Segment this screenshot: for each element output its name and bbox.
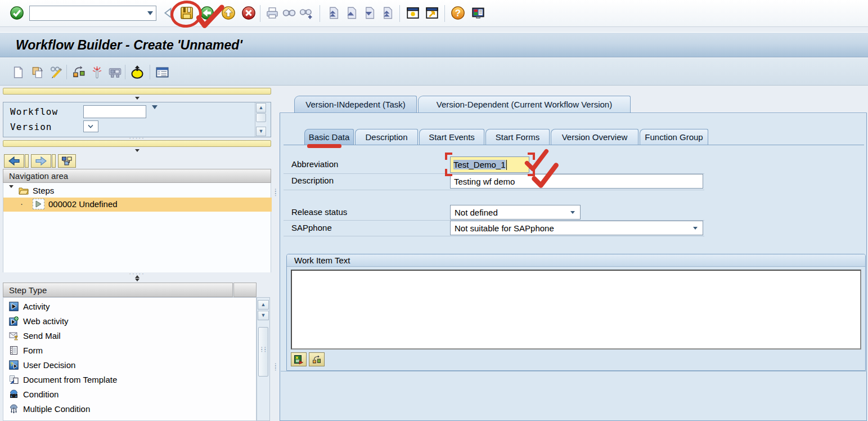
expander-down-icon[interactable] (9, 188, 14, 198)
step-type-web-activity[interactable]: Web activity (3, 313, 256, 328)
vertical-splitter[interactable]: ∶∶∶ ∶∶∶ (272, 88, 279, 421)
find-next-icon[interactable] (298, 5, 314, 21)
forward-step-dropdown[interactable] (52, 154, 56, 168)
tray-collapse-handle[interactable] (3, 95, 271, 101)
activate-icon[interactable] (129, 64, 145, 80)
step-type-user-decision[interactable]: ? User Decision (3, 357, 256, 372)
tab-version-independent[interactable]: Version-INdepedent (Task) (294, 96, 417, 113)
workflow-tray-title-strip[interactable] (3, 88, 271, 95)
horizontal-splitter[interactable]: ····· (3, 272, 271, 282)
graphic-icon[interactable] (71, 64, 87, 80)
tree-bullet: · (20, 199, 23, 208)
field-row-divider (284, 190, 704, 190)
tray-scrollbar[interactable]: ▲ ▼ (255, 102, 267, 137)
customize-layout-icon[interactable] (470, 5, 486, 21)
save-icon[interactable] (179, 5, 195, 21)
subtab-baseline (284, 145, 864, 145)
subtab-version-overview[interactable]: Version Overview (551, 129, 638, 145)
description-field[interactable]: Testing wf demo (450, 174, 703, 189)
step-type-multiple-condition[interactable]: Multiple Condition (3, 401, 256, 416)
enter-icon[interactable] (9, 5, 25, 21)
navigation-tray-title-strip[interactable] (3, 140, 271, 147)
workflow-dropdown-icon[interactable] (152, 109, 158, 119)
toolbar-separator (150, 65, 150, 79)
insert-expression-icon (294, 355, 304, 365)
last-page-icon[interactable] (379, 5, 395, 21)
multiple-condition-icon (9, 404, 19, 414)
toolbar-separator (444, 5, 445, 22)
blue-right-arrow-icon (35, 156, 47, 166)
tree-node-step-000002[interactable]: · 000002 Undefined (3, 198, 272, 212)
chevron-down-icon (693, 227, 698, 230)
web-activity-icon (9, 316, 19, 326)
command-field[interactable] (29, 6, 156, 21)
text-caret (506, 160, 507, 170)
command-input[interactable] (30, 6, 145, 20)
step-type-header: Step Type (3, 283, 233, 297)
left-panel: Workflow Version ▲ ▼ ····· (3, 88, 271, 421)
subtab-function-group[interactable]: Function Group (640, 129, 708, 145)
navigation-tree: Steps · 000002 Undefined (3, 183, 271, 272)
subtab-description[interactable]: Description (355, 129, 418, 145)
create-shortcut-icon[interactable] (424, 5, 440, 21)
insert-expression-button[interactable] (291, 352, 307, 366)
undefined-step-icon (33, 199, 44, 209)
workflow-input[interactable] (83, 105, 146, 118)
document-template-icon (9, 375, 19, 384)
abbreviation-label: Abbreviation (291, 159, 338, 169)
help-icon[interactable]: ? (450, 5, 466, 21)
navigation-area-header: Navigation area (3, 169, 271, 183)
step-type-send-mail[interactable]: Send Mail (3, 328, 256, 343)
work-item-text-input[interactable] (291, 270, 861, 350)
find-icon[interactable] (281, 5, 297, 21)
step-type-list: Activity Web activity Send Mail Form ? U… (3, 297, 257, 421)
cancel-icon[interactable] (241, 5, 257, 21)
exit-icon[interactable] (221, 5, 236, 21)
tab-content-area: Basic Data Description Start Events Star… (280, 113, 867, 421)
back-step-dropdown[interactable] (25, 154, 29, 168)
release-status-select[interactable]: Not defined (450, 205, 581, 220)
wizard-icon[interactable] (89, 64, 105, 80)
workflow-structure-button[interactable] (58, 154, 76, 168)
tray-collapse-handle[interactable] (3, 147, 271, 154)
back-step-button[interactable] (4, 154, 24, 168)
standard-toolbar: ? (0, 0, 868, 27)
content-bottom-divider (281, 371, 867, 371)
splitter-dots[interactable]: ····· (3, 136, 271, 140)
step-type-condition[interactable]: Condition (3, 387, 256, 401)
activity-icon (9, 302, 19, 311)
tree-node-steps[interactable]: Steps (3, 184, 272, 198)
right-panel: Version-INdepedent (Task) Version-Depend… (280, 88, 868, 421)
step-type-document-from-template[interactable]: Document from Template (3, 372, 256, 387)
sapphone-select[interactable]: Not suitable for SAPphone (450, 221, 703, 235)
step-list-scrollbar[interactable]: ▲ ▼ ∶∶∶∶ (257, 297, 270, 421)
command-field-dropdown-icon[interactable] (145, 6, 156, 20)
copy-icon[interactable] (29, 64, 45, 80)
step-type-activity[interactable]: Activity (3, 299, 256, 313)
sap-workflow-builder-window: ? Workflow Builder - Create 'Unnamed' (0, 0, 868, 421)
create-new-icon[interactable] (10, 64, 26, 80)
back-icon[interactable] (199, 5, 215, 21)
display-change-icon[interactable] (48, 64, 64, 80)
abbreviation-field[interactable]: Test_Demo_1 (450, 156, 529, 173)
new-session-icon[interactable] (405, 5, 421, 21)
release-status-label: Release status (291, 207, 347, 217)
subtab-basic-data[interactable]: Basic Data (304, 129, 354, 145)
tab-version-dependent[interactable]: Version-Dependent (Current Workflow Vers… (418, 96, 631, 113)
test-icon[interactable] (107, 64, 123, 80)
description-label: Description (291, 176, 334, 185)
condition-icon (9, 389, 19, 399)
print-icon[interactable] (264, 5, 280, 21)
step-type-form[interactable]: Form (3, 343, 256, 357)
graphic-button[interactable] (309, 352, 325, 366)
back-triangle-icon[interactable] (161, 5, 177, 21)
next-page-icon[interactable] (361, 5, 377, 21)
forward-step-button[interactable] (31, 154, 51, 168)
subtab-start-events[interactable]: Start Events (419, 129, 484, 145)
hierarchy-icon (312, 355, 322, 365)
previous-page-icon[interactable] (343, 5, 359, 21)
subtab-start-forms[interactable]: Start Forms (485, 129, 550, 145)
first-page-icon[interactable] (325, 5, 341, 21)
version-combo[interactable] (83, 120, 98, 132)
detail-view-icon[interactable] (154, 64, 170, 80)
